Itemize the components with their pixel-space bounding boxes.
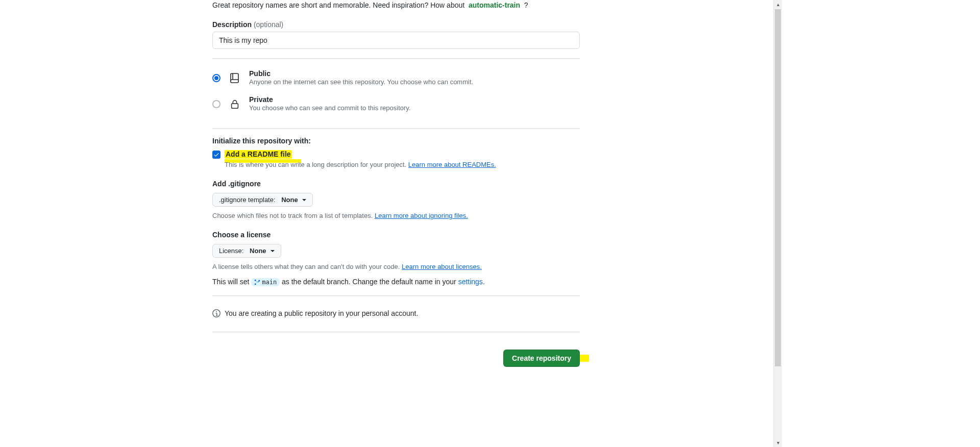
license-heading: Choose a license — [212, 231, 580, 239]
divider — [212, 128, 580, 129]
gitignore-help: Choose which files not to track from a l… — [212, 212, 373, 219]
readme-learn-more-link[interactable]: Learn more about READMEs. — [408, 161, 496, 168]
info-text: You are creating a public repository in … — [225, 309, 418, 317]
divider — [212, 58, 580, 59]
repo-icon — [228, 71, 242, 85]
create-repository-button[interactable]: Create repository — [503, 350, 580, 367]
default-branch-line: This will set main as the default branch… — [212, 278, 580, 286]
divider — [212, 332, 580, 332]
gitignore-prefix: .gitignore template: — [219, 196, 276, 204]
description-label: Description — [212, 20, 252, 29]
svg-rect-0 — [231, 73, 238, 83]
public-title: Public — [249, 69, 580, 78]
visibility-option-private[interactable]: Private You choose who can see and commi… — [212, 93, 580, 119]
license-value: None — [250, 247, 266, 255]
info-row: You are creating a public repository in … — [212, 304, 580, 322]
new-repo-form: Great repository names are short and mem… — [212, 0, 580, 367]
gitignore-heading: Add .gitignore — [212, 180, 580, 188]
radio-public[interactable] — [212, 74, 220, 82]
readme-label: Add a README file — [225, 150, 292, 159]
chevron-down-icon — [302, 199, 306, 201]
license-prefix: License: — [219, 247, 243, 255]
vertical-scrollbar[interactable]: ▴ ▾ — [773, 0, 782, 447]
branch-pre: This will set — [212, 278, 249, 286]
form-actions: Create repository — [212, 340, 580, 367]
gitignore-value: None — [281, 196, 298, 204]
description-label-row: Description (optional) — [212, 20, 580, 29]
readme-desc-row: This is where you can write a long descr… — [225, 161, 580, 168]
repo-name-tagline: Great repository names are short and mem… — [212, 1, 580, 9]
svg-rect-1 — [232, 104, 238, 108]
public-desc: Anyone on the internet can see this repo… — [249, 78, 473, 86]
highlight-marker-create — [579, 355, 589, 362]
readme-checkbox-row[interactable]: Add a README file — [212, 150, 580, 159]
license-help-row: A license tells others what they can and… — [212, 263, 580, 270]
chevron-down-icon — [271, 250, 275, 252]
branch-pill: main — [251, 278, 280, 286]
scroll-thumb[interactable] — [775, 9, 781, 366]
info-icon — [212, 309, 220, 317]
tagline-prefix: Great repository names are short and mem… — [212, 1, 464, 9]
lock-icon — [228, 97, 242, 111]
description-input[interactable] — [212, 32, 580, 49]
license-dropdown[interactable]: License: None — [212, 244, 281, 258]
settings-link[interactable]: settings — [458, 278, 483, 286]
private-title: Private — [249, 95, 580, 104]
branch-mid: as the default branch. Change the defaul… — [282, 278, 456, 286]
readme-desc: This is where you can write a long descr… — [225, 161, 406, 168]
description-optional: (optional) — [254, 20, 283, 29]
scroll-down-arrow[interactable]: ▾ — [774, 438, 782, 447]
git-branch-icon — [254, 279, 260, 285]
license-help: A license tells others what they can and… — [212, 263, 400, 270]
readme-checkbox[interactable] — [212, 151, 220, 159]
repo-name-suggestion[interactable]: automatic-train — [469, 1, 520, 9]
branch-dot: . — [483, 278, 485, 286]
scroll-up-arrow[interactable]: ▴ — [774, 0, 782, 9]
private-desc: You choose who can see and commit to thi… — [249, 104, 411, 112]
license-learn-more-link[interactable]: Learn more about licenses. — [402, 263, 482, 270]
divider — [212, 295, 580, 296]
visibility-option-public[interactable]: Public Anyone on the internet can see th… — [212, 67, 580, 93]
gitignore-learn-more-link[interactable]: Learn more about ignoring files. — [375, 212, 468, 219]
radio-private[interactable] — [212, 100, 220, 108]
tagline-suffix: ? — [524, 1, 528, 9]
initialize-heading: Initialize this repository with: — [212, 137, 580, 145]
gitignore-help-row: Choose which files not to track from a l… — [212, 212, 580, 219]
gitignore-template-dropdown[interactable]: .gitignore template: None — [212, 193, 313, 207]
branch-name: main — [262, 279, 277, 286]
